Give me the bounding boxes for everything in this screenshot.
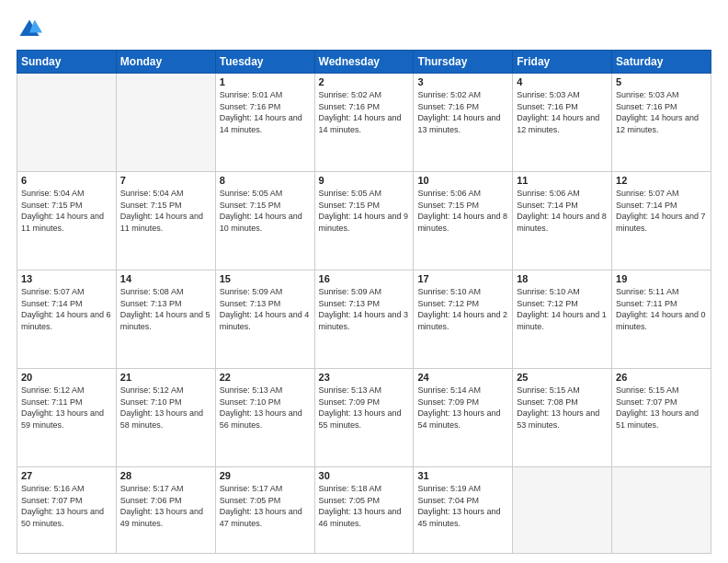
- day-cell: 6 Sunrise: 5:04 AM Sunset: 7:15 PM Dayli…: [17, 172, 117, 270]
- day-info: Sunrise: 5:19 AM Sunset: 7:04 PM Dayligh…: [417, 483, 508, 529]
- weekday-saturday: Saturday: [612, 51, 711, 74]
- day-number: 27: [21, 470, 112, 481]
- day-info: Sunrise: 5:05 AM Sunset: 7:15 PM Dayligh…: [220, 188, 311, 234]
- day-number: 5: [616, 76, 707, 87]
- header: [17, 17, 711, 42]
- day-number: 30: [319, 470, 410, 481]
- logo-icon: [17, 17, 42, 42]
- day-cell: 4 Sunrise: 5:03 AM Sunset: 7:16 PM Dayli…: [513, 74, 612, 172]
- day-cell: 30 Sunrise: 5:18 AM Sunset: 7:05 PM Dayl…: [314, 467, 414, 554]
- day-info: Sunrise: 5:12 AM Sunset: 7:10 PM Dayligh…: [120, 385, 211, 431]
- day-number: 14: [120, 273, 211, 284]
- day-number: 26: [616, 372, 707, 383]
- day-number: 10: [417, 175, 508, 186]
- day-info: Sunrise: 5:15 AM Sunset: 7:07 PM Dayligh…: [616, 385, 707, 431]
- day-cell: 18 Sunrise: 5:10 AM Sunset: 7:12 PM Dayl…: [513, 270, 612, 369]
- day-cell: 20 Sunrise: 5:12 AM Sunset: 7:11 PM Dayl…: [17, 369, 117, 467]
- day-info: Sunrise: 5:08 AM Sunset: 7:13 PM Dayligh…: [120, 286, 211, 332]
- day-info: Sunrise: 5:05 AM Sunset: 7:15 PM Dayligh…: [319, 188, 410, 234]
- day-number: 29: [220, 470, 311, 481]
- day-info: Sunrise: 5:02 AM Sunset: 7:16 PM Dayligh…: [319, 89, 410, 135]
- day-cell: 3 Sunrise: 5:02 AM Sunset: 7:16 PM Dayli…: [414, 74, 513, 172]
- page: SundayMondayTuesdayWednesdayThursdayFrid…: [0, 0, 728, 563]
- day-cell: 29 Sunrise: 5:17 AM Sunset: 7:05 PM Dayl…: [215, 467, 314, 554]
- day-cell: 16 Sunrise: 5:09 AM Sunset: 7:13 PM Dayl…: [314, 270, 414, 369]
- day-info: Sunrise: 5:07 AM Sunset: 7:14 PM Dayligh…: [616, 188, 707, 234]
- day-info: Sunrise: 5:03 AM Sunset: 7:16 PM Dayligh…: [616, 89, 707, 135]
- day-number: 12: [616, 175, 707, 186]
- logo: [17, 17, 46, 42]
- day-number: 19: [616, 273, 707, 284]
- day-cell: 26 Sunrise: 5:15 AM Sunset: 7:07 PM Dayl…: [612, 369, 711, 467]
- day-info: Sunrise: 5:03 AM Sunset: 7:16 PM Dayligh…: [517, 89, 608, 135]
- day-cell: [612, 467, 711, 554]
- day-cell: 28 Sunrise: 5:17 AM Sunset: 7:06 PM Dayl…: [116, 467, 215, 554]
- day-cell: 2 Sunrise: 5:02 AM Sunset: 7:16 PM Dayli…: [314, 74, 414, 172]
- weekday-monday: Monday: [116, 51, 215, 74]
- week-row-2: 6 Sunrise: 5:04 AM Sunset: 7:15 PM Dayli…: [17, 172, 711, 270]
- day-info: Sunrise: 5:01 AM Sunset: 7:16 PM Dayligh…: [220, 89, 311, 135]
- day-info: Sunrise: 5:17 AM Sunset: 7:06 PM Dayligh…: [120, 483, 211, 529]
- day-number: 24: [417, 372, 508, 383]
- day-info: Sunrise: 5:14 AM Sunset: 7:09 PM Dayligh…: [417, 385, 508, 431]
- day-number: 16: [319, 273, 410, 284]
- day-info: Sunrise: 5:02 AM Sunset: 7:16 PM Dayligh…: [417, 89, 508, 135]
- day-number: 23: [319, 372, 410, 383]
- day-cell: 17 Sunrise: 5:10 AM Sunset: 7:12 PM Dayl…: [414, 270, 513, 369]
- week-row-1: 1 Sunrise: 5:01 AM Sunset: 7:16 PM Dayli…: [17, 74, 711, 172]
- day-cell: [116, 74, 215, 172]
- day-number: 28: [120, 470, 211, 481]
- week-row-5: 27 Sunrise: 5:16 AM Sunset: 7:07 PM Dayl…: [17, 467, 711, 554]
- day-number: 15: [220, 273, 311, 284]
- day-number: 21: [120, 372, 211, 383]
- day-info: Sunrise: 5:07 AM Sunset: 7:14 PM Dayligh…: [21, 286, 112, 332]
- day-number: 4: [517, 76, 608, 87]
- day-cell: 7 Sunrise: 5:04 AM Sunset: 7:15 PM Dayli…: [116, 172, 215, 270]
- weekday-sunday: Sunday: [17, 51, 117, 74]
- day-info: Sunrise: 5:04 AM Sunset: 7:15 PM Dayligh…: [120, 188, 211, 234]
- day-number: 2: [319, 76, 410, 87]
- day-cell: 9 Sunrise: 5:05 AM Sunset: 7:15 PM Dayli…: [314, 172, 414, 270]
- day-cell: 27 Sunrise: 5:16 AM Sunset: 7:07 PM Dayl…: [17, 467, 117, 554]
- day-cell: 5 Sunrise: 5:03 AM Sunset: 7:16 PM Dayli…: [612, 74, 711, 172]
- day-cell: 14 Sunrise: 5:08 AM Sunset: 7:13 PM Dayl…: [116, 270, 215, 369]
- day-info: Sunrise: 5:13 AM Sunset: 7:09 PM Dayligh…: [319, 385, 410, 431]
- weekday-friday: Friday: [513, 51, 612, 74]
- day-number: 9: [319, 175, 410, 186]
- weekday-wednesday: Wednesday: [314, 51, 414, 74]
- day-cell: 10 Sunrise: 5:06 AM Sunset: 7:15 PM Dayl…: [414, 172, 513, 270]
- day-info: Sunrise: 5:13 AM Sunset: 7:10 PM Dayligh…: [220, 385, 311, 431]
- day-cell: 24 Sunrise: 5:14 AM Sunset: 7:09 PM Dayl…: [414, 369, 513, 467]
- day-cell: 12 Sunrise: 5:07 AM Sunset: 7:14 PM Dayl…: [612, 172, 711, 270]
- day-cell: 13 Sunrise: 5:07 AM Sunset: 7:14 PM Dayl…: [17, 270, 117, 369]
- day-cell: 22 Sunrise: 5:13 AM Sunset: 7:10 PM Dayl…: [215, 369, 314, 467]
- day-info: Sunrise: 5:10 AM Sunset: 7:12 PM Dayligh…: [417, 286, 508, 332]
- day-cell: 19 Sunrise: 5:11 AM Sunset: 7:11 PM Dayl…: [612, 270, 711, 369]
- day-info: Sunrise: 5:16 AM Sunset: 7:07 PM Dayligh…: [21, 483, 112, 529]
- day-info: Sunrise: 5:09 AM Sunset: 7:13 PM Dayligh…: [319, 286, 410, 332]
- day-info: Sunrise: 5:12 AM Sunset: 7:11 PM Dayligh…: [21, 385, 112, 431]
- day-number: 22: [220, 372, 311, 383]
- day-number: 3: [417, 76, 508, 87]
- day-number: 13: [21, 273, 112, 284]
- day-number: 20: [21, 372, 112, 383]
- day-cell: 15 Sunrise: 5:09 AM Sunset: 7:13 PM Dayl…: [215, 270, 314, 369]
- day-info: Sunrise: 5:17 AM Sunset: 7:05 PM Dayligh…: [220, 483, 311, 529]
- day-number: 18: [517, 273, 608, 284]
- day-info: Sunrise: 5:09 AM Sunset: 7:13 PM Dayligh…: [220, 286, 311, 332]
- week-row-4: 20 Sunrise: 5:12 AM Sunset: 7:11 PM Dayl…: [17, 369, 711, 467]
- week-row-3: 13 Sunrise: 5:07 AM Sunset: 7:14 PM Dayl…: [17, 270, 711, 369]
- day-cell: 25 Sunrise: 5:15 AM Sunset: 7:08 PM Dayl…: [513, 369, 612, 467]
- day-number: 7: [120, 175, 211, 186]
- day-number: 17: [417, 273, 508, 284]
- calendar: SundayMondayTuesdayWednesdayThursdayFrid…: [17, 50, 711, 554]
- day-number: 6: [21, 175, 112, 186]
- weekday-header-row: SundayMondayTuesdayWednesdayThursdayFrid…: [17, 51, 711, 74]
- day-info: Sunrise: 5:10 AM Sunset: 7:12 PM Dayligh…: [517, 286, 608, 332]
- weekday-tuesday: Tuesday: [215, 51, 314, 74]
- day-cell: 8 Sunrise: 5:05 AM Sunset: 7:15 PM Dayli…: [215, 172, 314, 270]
- day-cell: 11 Sunrise: 5:06 AM Sunset: 7:14 PM Dayl…: [513, 172, 612, 270]
- day-number: 8: [220, 175, 311, 186]
- day-info: Sunrise: 5:11 AM Sunset: 7:11 PM Dayligh…: [616, 286, 707, 332]
- day-cell: 31 Sunrise: 5:19 AM Sunset: 7:04 PM Dayl…: [414, 467, 513, 554]
